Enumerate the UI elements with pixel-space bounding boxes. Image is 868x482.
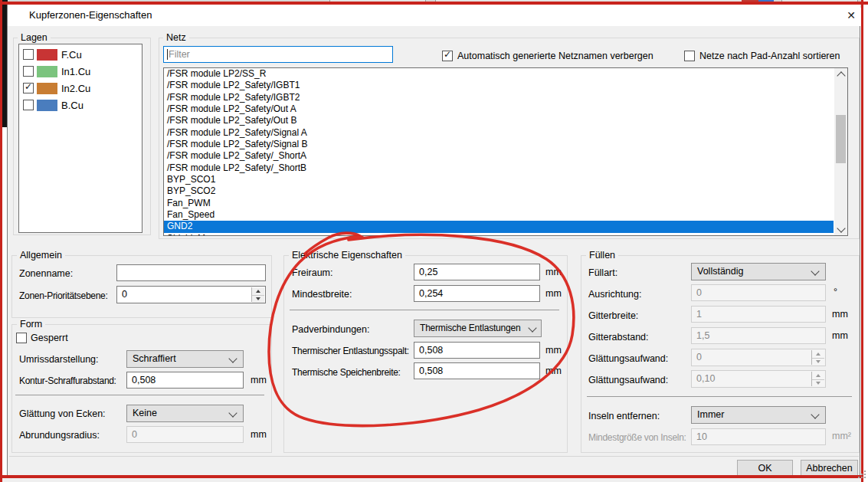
thermal-spoke-label: Thermische Speichenbreite: [292,366,401,379]
layer-checkbox-fcu[interactable] [23,49,34,60]
layer-label: In2.Cu [61,83,90,95]
spin-up-button[interactable] [812,372,824,379]
smoothing-amount-spinner[interactable] [811,372,824,386]
corner-smoothing-label: Glättung von Ecken: [19,408,106,420]
hatch-pitch-unit: mm [251,374,267,386]
hatch-gap-input: 1,5 [691,327,826,344]
spin-up-button[interactable] [812,350,824,358]
dialog-title: Kupferzonen-Eigenschaften [29,9,152,21]
layer-label: F.Cu [61,49,82,61]
sort-by-pads-checkbox[interactable] [684,51,695,61]
smoothing-amount-label: Glättungsaufwand: [588,374,668,386]
net-list-item[interactable]: /FSR module LP2_Safety/_ShortB [164,162,834,174]
outline-display-dropdown[interactable]: Schraffiert [126,350,244,368]
zone-name-input[interactable] [116,264,266,281]
layer-checkbox-in2cu-checked[interactable]: ✓ [23,83,34,93]
cancel-button[interactable]: Abbrechen [801,460,858,477]
layer-row-in2cu[interactable]: ✓ In2.Cu [18,82,141,99]
zone-priority-input[interactable]: 0 [116,286,266,303]
text-caret [167,49,168,60]
resize-grip[interactable] [864,477,866,478]
thermal-gap-unit: mm [545,344,562,356]
spin-up-button[interactable] [252,287,264,295]
hatch-pitch-input[interactable]: 0,508 [126,372,244,389]
smoothing-effort-label: Glättungsaufwand: [588,352,668,365]
layer-checkbox-in1cu[interactable] [23,66,34,77]
ok-button[interactable]: OK [737,460,793,477]
thermal-spoke-unit: mm [545,365,562,377]
hatch-width-label: Gitterbreite: [588,310,638,322]
min-island-size-input: 10 [691,428,826,445]
corner-smoothing-dropdown[interactable]: Keine [126,405,244,422]
remove-islands-label: Inseln entfernen: [588,410,660,422]
chevron-down-icon [811,267,819,275]
net-list-item[interactable]: /FSR module LP2_Safety/Signal A [164,127,834,139]
min-width-input[interactable]: 0,254 [414,285,540,302]
filter-placeholder: Filter [169,49,190,60]
hatch-pitch-label: Kontur-Schraffurabstand: [19,375,116,387]
layers-group-label: Lagen [18,32,51,43]
net-list-item[interactable]: BYP_SCO1 [164,174,834,185]
spin-down-button[interactable] [812,379,824,388]
hatch-width-unit: mm [832,308,848,320]
layer-row-fcu[interactable]: F.Cu [18,48,141,65]
zone-priority-label: Zonen-Prioritätsebene: [19,290,107,302]
layer-color-swatch [37,83,57,94]
divider [290,310,559,310]
sort-by-pads-label[interactable]: Netze nach Pad-Anzahl sortieren [699,50,840,62]
hatch-gap-unit: mm [832,330,848,342]
remove-islands-dropdown[interactable]: Immer [691,406,826,424]
chevron-down-icon [811,410,819,418]
layer-checkbox-bcu[interactable] [23,100,34,110]
fill-type-dropdown[interactable]: Vollständig [691,263,826,280]
hide-auto-nets-label[interactable]: Automatisch generierte Netznamen verberg… [457,50,653,62]
scrollbar-down-button[interactable] [834,223,847,235]
net-list-item[interactable]: Fan_Speed [164,209,834,221]
clearance-input[interactable]: 0,25 [414,264,540,280]
layer-color-swatch [37,66,57,77]
pad-connection-label: Padverbindungen: [292,323,369,336]
net-group-label: Netz [163,32,189,43]
net-list-item[interactable]: /FSR module LP2_Safety/IGBT1 [164,80,834,91]
pad-connection-dropdown[interactable]: Thermische Entlastungen [414,320,542,337]
spin-down-button[interactable] [252,295,264,303]
min-island-size-label: Mindestgröße von Inseln: [588,431,686,444]
orientation-label: Ausrichtung: [588,288,641,300]
net-list-item[interactable]: /FSR module LP2_Safety/Out B [164,115,834,126]
close-icon[interactable]: ✕ [843,8,860,23]
net-filter-input[interactable]: Filter [163,46,393,63]
scrollbar-thumb[interactable] [836,115,846,163]
net-list-item[interactable]: /FSR module LP2_Safety/_ShortA [164,150,834,162]
annotation-line-right [861,0,863,482]
net-list-item-selected[interactable]: GND2 [164,221,834,232]
annotation-line-left [0,0,2,482]
hide-auto-nets-checkbox[interactable]: ✓ [442,51,453,61]
thermal-spoke-input[interactable]: 0,508 [414,362,540,379]
fill-group-label: Füllen [586,250,618,261]
thermal-gap-input[interactable]: 0,508 [414,342,540,359]
layer-color-swatch [37,100,57,111]
clearance-unit: mm [545,266,562,278]
net-list-item[interactable]: Fan_PWM [164,198,834,209]
locked-label[interactable]: Gesperrt [31,332,68,344]
spin-down-button[interactable] [812,358,824,366]
net-list-item[interactable]: /FSR module LP2_Safety/Out A [164,103,834,115]
net-list-item[interactable]: /FSR module LP2_Safety/Signal B [164,139,834,150]
smoothing-effort-spinner[interactable] [811,350,824,365]
electrical-group-label: Elektrische Eigenschaften [289,250,405,261]
checkmark-icon: ✓ [444,49,451,60]
layer-row-bcu[interactable]: B.Cu [18,99,141,116]
scrollbar-up-button[interactable] [834,68,847,80]
outline-display-label: Umrissdarstellung: [19,353,99,366]
locked-checkbox[interactable] [16,333,27,343]
zone-priority-spinner[interactable] [251,287,264,302]
net-list-item[interactable]: /FSR module LP2/SS_R [164,68,834,80]
net-list-item[interactable]: BYP_SCO2 [164,185,834,197]
min-island-size-unit: mm² [832,430,851,442]
hatch-width-input: 1 [691,306,826,323]
net-list-item-clipped[interactable]: Shield_M [164,233,834,235]
footer-separator [9,456,859,457]
layer-row-in1cu[interactable]: In1.Cu [18,65,141,82]
net-list-item[interactable]: /FSR module LP2_Safety/IGBT2 [164,92,834,103]
min-width-unit: mm [545,287,562,300]
